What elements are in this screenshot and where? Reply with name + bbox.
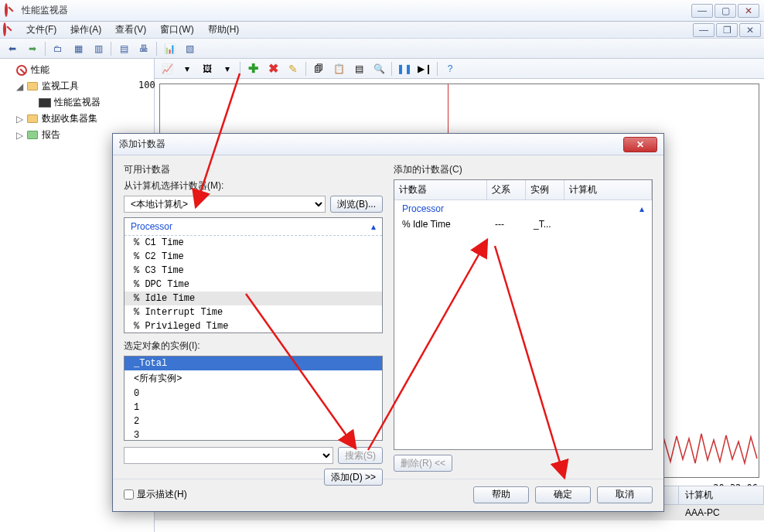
chart-line — [658, 425, 759, 471]
freeze-icon[interactable]: ❚❚ — [397, 61, 412, 77]
instance-item[interactable]: _Total — [124, 356, 382, 370]
added-counter-row[interactable]: % Idle Time --- _T... — [394, 217, 652, 231]
added-counters-listbox[interactable]: 计数器 父系 实例 计算机 Processor ▴ % Idle Time --… — [394, 179, 653, 450]
tree-root[interactable]: 性能 — [2, 62, 152, 78]
counter-item[interactable]: % C2 Time — [124, 250, 382, 264]
separator — [305, 62, 306, 76]
available-counters-label: 可用计数器 — [124, 163, 383, 176]
counter-item[interactable]: % Privileged Time — [124, 319, 382, 332]
copy-icon[interactable]: 🗐 — [311, 61, 326, 77]
scope-icon[interactable]: 🗀 — [50, 41, 66, 56]
highlight-icon[interactable]: ✎ — [285, 61, 301, 77]
minimize-button[interactable]: — — [691, 4, 713, 18]
mdi-close-button[interactable]: ✕ — [739, 23, 761, 37]
tree-perfmon-label: 性能监视器 — [54, 96, 101, 109]
instance-item[interactable]: 2 — [124, 414, 382, 428]
chart-toolbar: 📈 ▾ 🖼 ▾ ✚ ✖ ✎ 🗐 📋 ▤ 🔍 ❚❚ ▶❙ ? — [155, 59, 764, 79]
panel2-icon[interactable]: ▥ — [90, 41, 106, 56]
cancel-button[interactable]: 取消 — [597, 486, 653, 503]
close-button[interactable]: ✕ — [738, 4, 759, 18]
browse-button[interactable]: 浏览(B)... — [330, 196, 383, 213]
app-icon — [5, 5, 17, 17]
counter-item[interactable]: % C1 Time — [124, 236, 382, 250]
tree-perfmon[interactable]: 性能监视器 — [2, 94, 152, 111]
add-button[interactable]: 添加(D) >> — [324, 469, 383, 486]
menu-action[interactable]: 操作(A) — [64, 22, 107, 38]
instances-listbox[interactable]: _Total<所有实例>0123 — [124, 356, 383, 441]
counters-listbox[interactable]: Processor ▴ % C1 Time% C2 Time% C3 Time%… — [124, 217, 383, 333]
search-button[interactable]: 搜索(S) — [338, 447, 383, 464]
show-description-input[interactable] — [124, 489, 134, 500]
counter-item[interactable]: % Idle Time — [124, 292, 382, 305]
print-icon[interactable]: 🖶 — [136, 41, 152, 56]
y-axis-100: 100 — [138, 80, 155, 90]
menu-help[interactable]: 帮助(H) — [202, 22, 246, 38]
add-counter-icon[interactable]: ✚ — [245, 61, 261, 77]
main-toolbar: ⬅ ➡ 🗀 ▦ ▥ ▤ 🖶 📊 ▧ — [0, 39, 764, 59]
added-counter-inst: _T... — [534, 219, 572, 230]
chart-opt-icon[interactable]: 📊 — [162, 41, 177, 56]
tree-monitoring-tools[interactable]: ◢ 监视工具 — [2, 78, 152, 94]
show-description-checkbox[interactable]: 显示描述(H) — [124, 488, 187, 501]
counter-item[interactable]: % DPC Time — [124, 278, 382, 292]
counter-category-label: Processor — [131, 221, 172, 232]
instance-item[interactable]: 3 — [124, 428, 382, 441]
back-icon[interactable]: ⬅ — [5, 41, 20, 56]
col-instance[interactable]: 实例 — [526, 180, 564, 200]
from-computer-label: 从计算机选择计数器(M): — [124, 179, 383, 193]
zoom-icon[interactable]: 🔍 — [371, 61, 387, 77]
props2-icon[interactable]: ▤ — [351, 61, 367, 77]
instance-item[interactable]: 0 — [124, 387, 382, 401]
computer-combo[interactable]: <本地计算机> — [124, 196, 326, 213]
collapse-icon[interactable]: ▴ — [371, 221, 376, 232]
counter-category-header[interactable]: Processor ▴ — [124, 218, 382, 236]
separator — [45, 42, 46, 56]
tree-montools-label: 监视工具 — [42, 80, 79, 93]
view-type-icon[interactable]: 📈 — [159, 61, 175, 77]
separator — [437, 62, 438, 76]
chart-opt2-icon[interactable]: ▧ — [182, 41, 197, 56]
mdi-restore-button[interactable]: ❐ — [716, 23, 738, 37]
dialog-title: 添加计数器 — [119, 138, 165, 151]
ok-button[interactable]: 确定 — [535, 486, 591, 503]
instance-item[interactable]: <所有实例> — [124, 370, 382, 387]
help-icon[interactable]: ? — [442, 61, 458, 77]
help-button[interactable]: 帮助 — [473, 486, 529, 503]
update-icon[interactable]: ▶❙ — [417, 61, 432, 77]
col-counter[interactable]: 计数器 — [394, 180, 487, 200]
dd-icon[interactable]: ▾ — [220, 61, 235, 77]
forward-icon[interactable]: ➡ — [25, 41, 40, 56]
tree-reports-label: 报告 — [42, 128, 60, 142]
props-icon[interactable]: ▤ — [116, 41, 131, 56]
picture-icon[interactable]: 🖼 — [200, 61, 215, 77]
collapse-icon[interactable]: ▴ — [640, 203, 644, 214]
remove-button[interactable]: 删除(R) << — [394, 455, 452, 472]
paste-icon[interactable]: 📋 — [331, 61, 346, 77]
tree-dcsets-label: 数据收集器集 — [42, 112, 97, 125]
added-category-row[interactable]: Processor ▴ — [394, 200, 652, 217]
add-counters-dialog: 添加计数器 ✕ 可用计数器 从计算机选择计数器(M): <本地计算机> 浏览(B… — [112, 133, 664, 512]
menu-view[interactable]: 查看(V) — [109, 22, 152, 38]
dialog-titlebar[interactable]: 添加计数器 ✕ — [113, 134, 663, 155]
menu-window[interactable]: 窗口(W) — [154, 22, 200, 38]
tree-dcsets[interactable]: ▷ 数据收集器集 — [2, 111, 152, 127]
remove-counter-icon[interactable]: ✖ — [265, 61, 281, 77]
legend-row-machine: AAA-PC — [679, 505, 764, 520]
col-machine[interactable]: 计算机 — [564, 180, 652, 200]
added-category-label: Processor — [402, 203, 444, 214]
panel-icon[interactable]: ▦ — [70, 41, 86, 56]
counter-item[interactable]: % C3 Time — [124, 264, 382, 278]
menu-file[interactable]: 文件(F) — [20, 22, 63, 38]
dialog-close-button[interactable]: ✕ — [623, 137, 657, 152]
menu-app-icon — [3, 24, 15, 36]
tree-root-label: 性能 — [31, 63, 49, 77]
instance-item[interactable]: 1 — [124, 401, 382, 414]
col-parent[interactable]: 父系 — [487, 180, 526, 200]
search-combo[interactable] — [124, 447, 333, 464]
counter-item[interactable]: % Interrupt Time — [124, 305, 382, 319]
mdi-minimize-button[interactable]: — — [693, 23, 715, 37]
separator — [391, 62, 392, 76]
menubar: 文件(F) 操作(A) 查看(V) 窗口(W) 帮助(H) — ❐ ✕ — [0, 22, 764, 39]
maximize-button[interactable]: ▢ — [715, 4, 736, 18]
brush-icon[interactable]: ▾ — [179, 61, 195, 77]
